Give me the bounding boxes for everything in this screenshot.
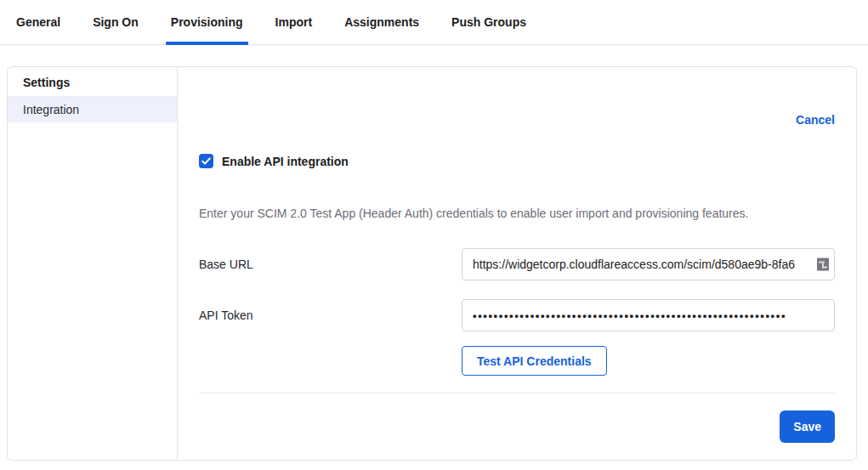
integration-settings-form: Cancel Enable API integration Enter your…	[178, 67, 856, 460]
base-url-input[interactable]	[462, 248, 835, 280]
base-url-label: Base URL	[199, 258, 462, 271]
api-token-input[interactable]	[462, 299, 835, 331]
text-cursor-selection-marker	[817, 258, 829, 271]
sidebar-heading: Settings	[8, 67, 177, 97]
tab-assignments[interactable]: Assignments	[339, 0, 424, 44]
checkmark-icon	[201, 157, 211, 165]
test-api-credentials-button[interactable]: Test API Credentials	[462, 346, 607, 376]
provisioning-panel: Settings Integration Cancel Enable API i…	[7, 66, 857, 461]
cancel-link[interactable]: Cancel	[796, 113, 835, 127]
credentials-description: Enter your SCIM 2.0 Test App (Header Aut…	[199, 207, 835, 220]
base-url-row: Base URL	[199, 248, 835, 280]
form-footer-actions: Save	[199, 411, 835, 443]
sidebar-item-integration[interactable]: Integration	[8, 97, 177, 122]
enable-api-row: Enable API integration	[199, 154, 835, 168]
tab-provisioning[interactable]: Provisioning	[166, 0, 248, 44]
settings-sidebar: Settings Integration	[8, 67, 178, 460]
test-credentials-row: Test API Credentials	[462, 346, 835, 376]
api-token-row: API Token	[199, 299, 835, 331]
tab-sign-on[interactable]: Sign On	[88, 0, 144, 44]
api-token-input-wrap	[462, 299, 835, 331]
app-tab-bar: General Sign On Provisioning Import Assi…	[0, 0, 868, 45]
save-button[interactable]: Save	[780, 411, 835, 443]
enable-api-label: Enable API integration	[222, 155, 349, 168]
tab-push-groups[interactable]: Push Groups	[446, 0, 531, 44]
base-url-input-wrap	[462, 248, 835, 280]
form-header-actions: Cancel	[199, 67, 835, 127]
enable-api-checkbox[interactable]	[199, 154, 213, 168]
footer-divider	[199, 393, 835, 394]
api-token-label: API Token	[199, 309, 462, 322]
tab-general[interactable]: General	[11, 0, 65, 44]
tab-import[interactable]: Import	[270, 0, 318, 44]
